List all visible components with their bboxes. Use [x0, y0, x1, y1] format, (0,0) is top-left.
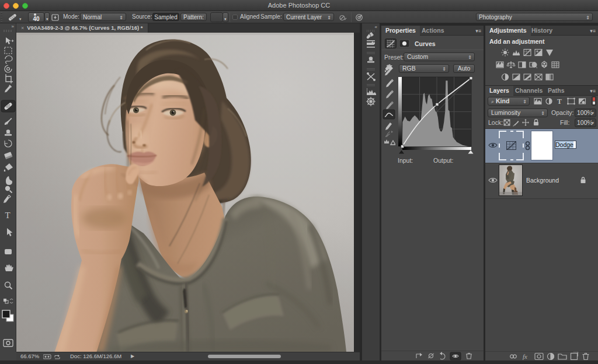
svg-text:fx: fx — [523, 353, 527, 360]
svg-text:T: T — [557, 97, 562, 106]
svg-text:T: T — [5, 211, 11, 220]
